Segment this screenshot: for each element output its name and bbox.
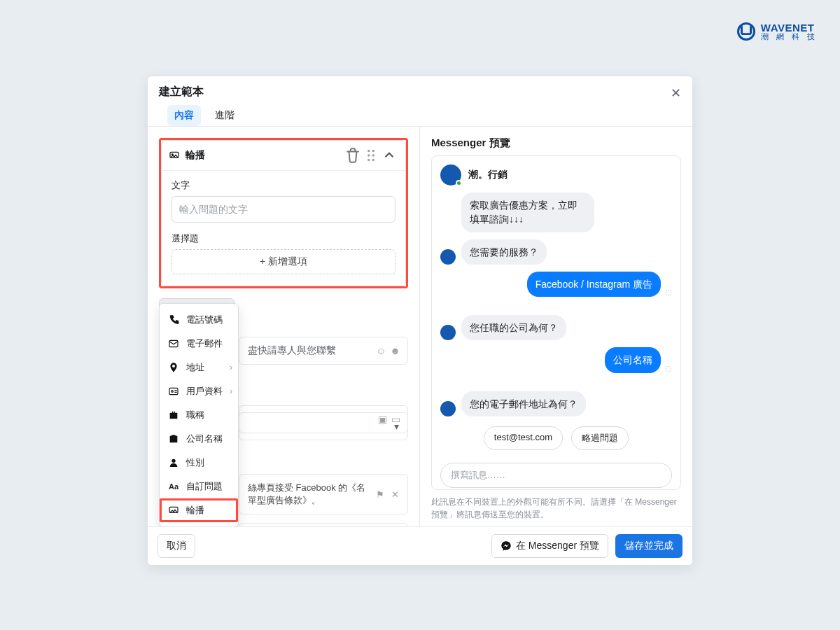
menu-item-label: 職稱 <box>186 409 204 421</box>
trash-icon <box>344 146 362 164</box>
svg-point-3 <box>372 150 374 152</box>
quick-reply-chip[interactable]: test@test.com <box>484 426 563 450</box>
svg-point-10 <box>172 391 174 393</box>
menu-item-label: 電話號碼 <box>186 314 223 326</box>
presence-dot-icon <box>456 180 462 186</box>
cancel-button[interactable]: 取消 <box>158 534 195 558</box>
chevron-right-icon: › <box>230 386 232 396</box>
text-icon: Aa <box>168 481 179 492</box>
carousel-block-highlight: 輪播 文字 <box>159 138 408 288</box>
svg-point-2 <box>368 150 370 152</box>
emoji-icon[interactable]: ☺ <box>376 345 386 356</box>
messenger-preview: 潮。行銷 索取廣告優惠方案，立即填單諮詢↓↓↓ 您需要的服務？ Facebook <box>431 155 681 490</box>
preview-title: Messenger 預覽 <box>431 136 681 150</box>
close-icon: ✕ <box>671 85 681 101</box>
tab-content[interactable]: 內容 <box>167 105 201 126</box>
menu-item-gender[interactable]: 性別 <box>160 451 238 475</box>
svg-point-4 <box>368 154 370 156</box>
carousel-icon <box>168 505 179 516</box>
carousel-icon <box>169 150 180 161</box>
delivered-icon: ◌ <box>665 288 672 297</box>
outgoing-message: Facebook / Instagram 廣告 <box>527 272 661 297</box>
save-button[interactable]: 儲存並完成 <box>615 534 682 558</box>
delivered-icon: ◌ <box>665 364 672 373</box>
menu-item-carousel[interactable]: 輪播 <box>160 498 238 522</box>
person-icon <box>168 457 179 468</box>
text-label: 文字 <box>172 179 396 192</box>
carousel-title: 輪播 <box>186 149 344 162</box>
pin-icon <box>168 362 179 373</box>
svg-point-7 <box>372 159 374 161</box>
svg-rect-9 <box>169 388 178 394</box>
drag-handle[interactable] <box>362 146 380 164</box>
menu-item-job-title[interactable]: 職稱 <box>160 403 238 427</box>
brand-mark-icon <box>737 22 755 41</box>
menu-item-label: 用戶資料 <box>186 385 223 398</box>
email-icon <box>168 338 179 349</box>
menu-item-address[interactable]: 地址 › <box>160 356 238 379</box>
persona-icon[interactable]: ☻ <box>390 345 400 356</box>
menu-item-label: 地址 <box>186 361 204 374</box>
select-box[interactable] <box>239 412 408 440</box>
phone-icon <box>168 314 179 326</box>
brand-logo: WAVENET 潮 網 科 技 <box>737 22 818 41</box>
avatar <box>440 401 456 416</box>
question-text-input[interactable] <box>172 196 396 223</box>
menu-item-phone[interactable]: 電話號碼 <box>160 308 238 332</box>
incoming-message: 您的電子郵件地址為何？ <box>461 391 586 416</box>
delete-button[interactable] <box>344 146 362 164</box>
add-choice-button[interactable]: + 新增選項 <box>172 249 396 274</box>
close-button[interactable]: ✕ <box>666 83 685 103</box>
dialog-title: 建立範本 <box>159 85 681 99</box>
incoming-message: 您任職的公司為何？ <box>461 315 566 340</box>
building-icon <box>168 433 179 444</box>
under-content: 盡快請專人與您聯繫 ☺ ☻ ▣ ▭ <box>239 337 408 526</box>
outgoing-message: 公司名稱 <box>605 347 661 372</box>
chevron-right-icon: › <box>230 363 232 372</box>
incoming-message: 索取廣告優惠方案，立即填單諮詢↓↓↓ <box>461 192 594 232</box>
choice-label: 選擇題 <box>172 232 396 245</box>
menu-item-email[interactable]: 電子郵件 <box>160 332 238 356</box>
preview-in-messenger-button[interactable]: 在 Messenger 預覽 <box>491 534 608 558</box>
menu-item-company[interactable]: 公司名稱 <box>160 427 238 451</box>
svg-point-11 <box>172 459 175 463</box>
collapse-button[interactable] <box>380 146 398 164</box>
carousel-card: 輪播 文字 <box>161 140 406 286</box>
consent-text: 絲專頁接受 Facebook 的《名單型廣告條款》。 <box>248 482 369 507</box>
messenger-icon <box>500 540 512 552</box>
privacy-url-input[interactable]: https://www.wavenet.com.tw/privacy/ <box>239 523 408 526</box>
svg-point-5 <box>372 154 374 156</box>
editor-panel: 輪播 文字 <box>148 127 420 526</box>
menu-item-label: 公司名稱 <box>186 433 223 445</box>
dialog-footer: 取消 在 Messenger 預覽 儲存並完成 <box>148 526 692 565</box>
template-dialog: 建立範本 ✕ 內容 進階 輪播 <box>147 76 693 566</box>
brand-sub: 潮 網 科 技 <box>761 33 818 41</box>
preview-panel: Messenger 預覽 潮。行銷 索取廣告優惠方案，立即填單諮詢↓↓↓ <box>420 127 692 526</box>
preview-button-label: 在 Messenger 預覽 <box>516 540 599 552</box>
contact-box[interactable]: 盡快請專人與您聯繫 ☺ ☻ <box>239 337 408 365</box>
menu-item-label: 性別 <box>186 456 204 469</box>
avatar <box>440 325 456 340</box>
briefcase-icon <box>168 410 179 421</box>
avatar <box>440 249 456 265</box>
menu-item-label: 電子郵件 <box>186 337 223 350</box>
preview-disclaimer: 此訊息在不同裝置上的外觀可能有所不同。請選擇「在 Messenger 預覽」將訊… <box>431 496 681 521</box>
incoming-message: 您需要的服務？ <box>461 239 547 265</box>
id-card-icon <box>168 386 179 397</box>
page-name: 潮。行銷 <box>468 169 507 181</box>
quick-reply-chip[interactable]: 略過問題 <box>571 426 629 450</box>
svg-point-6 <box>368 159 370 161</box>
menu-item-custom[interactable]: Aa 自訂問題 <box>160 475 238 498</box>
grip-icon <box>362 146 380 164</box>
menu-item-user-data[interactable]: 用戶資料 › <box>160 379 238 403</box>
menu-item-label: 輪播 <box>186 504 204 517</box>
menu-item-label: 自訂問題 <box>186 480 223 493</box>
contact-text: 盡快請專人與您聯繫 <box>248 344 336 357</box>
avatar <box>440 164 461 186</box>
brand-name: WAVENET <box>761 22 818 33</box>
consent-row: 絲專頁接受 Facebook 的《名單型廣告條款》。 ⚑ ✕ <box>239 474 408 514</box>
remove-consent-icon[interactable]: ✕ <box>391 489 399 500</box>
tab-advanced[interactable]: 進階 <box>208 105 241 126</box>
compose-input[interactable]: 撰寫訊息…… <box>440 463 672 488</box>
flag-icon[interactable]: ⚑ <box>376 489 384 500</box>
